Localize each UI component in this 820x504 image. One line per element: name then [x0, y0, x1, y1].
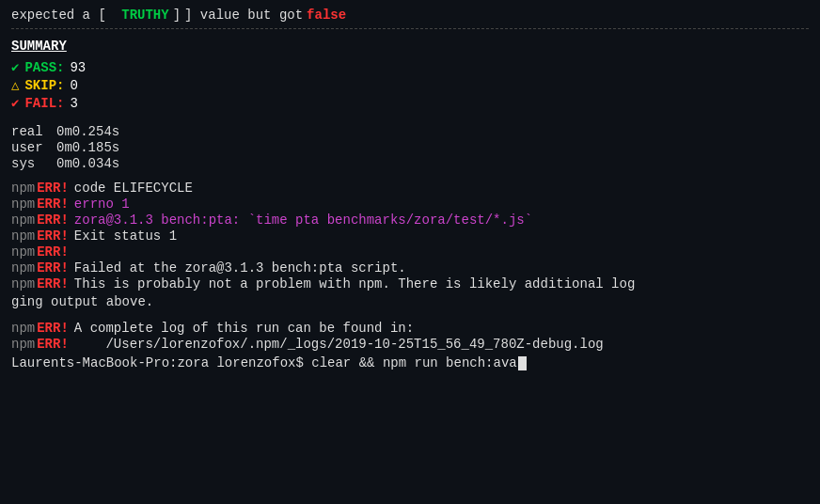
close-bracket: ] — [173, 8, 181, 23]
skip-row: △ SKIP: 0 — [11, 77, 809, 93]
err-badge: ERR! — [37, 337, 69, 352]
open-bracket — [110, 8, 118, 23]
npm-word: npm — [11, 197, 35, 212]
prompt-command: clear && npm run bench:ava — [311, 355, 516, 370]
npm-word: npm — [11, 228, 35, 244]
fail-label: FAIL: — [24, 96, 64, 111]
npm-word: npm — [11, 260, 35, 276]
blank-line — [11, 313, 809, 321]
err-badge: ERR! — [37, 244, 69, 260]
truthy-badge: TRUTHY — [121, 8, 168, 23]
divider — [11, 28, 809, 29]
prompt-machine: Laurents-MacBook-Pro:zora lorenzofox$ — [11, 355, 304, 370]
err-badge: ERR! — [37, 197, 69, 212]
npm-content: zora@3.1.3 bench:pta: `time pta benchmar… — [74, 213, 532, 228]
top-prefix: expected a [ — [11, 8, 106, 23]
timing-sys: sys 0m0.034s — [11, 156, 809, 171]
timing-section: real 0m0.254s user 0m0.185s sys 0m0.034s — [11, 124, 809, 171]
fail-value: 3 — [70, 96, 77, 111]
npm-line-3: npm ERR! Exit status 1 — [11, 228, 809, 244]
npm-word: npm — [11, 276, 35, 291]
timing-real-label: real — [11, 124, 56, 139]
pass-label: PASS: — [24, 60, 64, 75]
timing-user-label: user — [11, 140, 56, 155]
err-badge: ERR! — [37, 181, 69, 196]
npm-content: code ELIFECYCLE — [74, 181, 193, 196]
npm-line-0: npm ERR! code ELIFECYCLE — [11, 181, 809, 196]
prompt-line[interactable]: Laurents-MacBook-Pro:zora lorenzofox$ cl… — [11, 355, 809, 370]
pass-value: 93 — [70, 60, 86, 75]
npm-content: A complete log of this run can be found … — [74, 321, 414, 336]
npm-line-8: npm ERR! /Users/lorenzofox/.npm/_logs/20… — [11, 337, 809, 352]
skip-value: 0 — [70, 78, 77, 93]
pass-icon: ✔ — [11, 59, 19, 75]
top-middle: ] value but got — [184, 8, 303, 23]
timing-real: real 0m0.254s — [11, 124, 809, 139]
npm-line-7: npm ERR! A complete log of this run can … — [11, 321, 809, 336]
err-badge: ERR! — [37, 276, 69, 291]
skip-label: SKIP: — [24, 78, 64, 93]
npm-line-2: npm ERR! zora@3.1.3 bench:pta: `time pta… — [11, 213, 809, 228]
timing-sys-label: sys — [11, 156, 56, 171]
summary-section: SUMMARY ✔ PASS: 93 △ SKIP: 0 ✔ FAIL: 3 — [11, 39, 809, 111]
false-value: false — [307, 8, 346, 23]
npm-word: npm — [11, 244, 35, 260]
err-badge: ERR! — [37, 321, 69, 336]
npm-content: errno 1 — [74, 197, 130, 212]
summary-title: SUMMARY — [11, 39, 809, 54]
npm-content: /Users/lorenzofox/.npm/_logs/2019-10-25T… — [74, 337, 604, 352]
npm-lines-group1: npm ERR! code ELIFECYCLE npm ERR! errno … — [11, 181, 809, 312]
npm-line-4: npm ERR! — [11, 244, 809, 260]
timing-real-value: 0m0.254s — [56, 124, 119, 139]
terminal-window: expected a [ TRUTHY ] ] value but got fa… — [11, 8, 809, 370]
npm-content: Exit status 1 — [74, 228, 177, 244]
npm-word: npm — [11, 321, 35, 336]
npm-lines-group2: npm ERR! A complete log of this run can … — [11, 321, 809, 352]
err-badge: ERR! — [37, 260, 69, 276]
wrap-text: ging output above. — [11, 294, 153, 309]
cursor — [518, 356, 527, 370]
npm-content: This is probably not a problem with npm.… — [74, 276, 636, 291]
skip-icon: △ — [11, 77, 19, 93]
npm-line-6: npm ERR! This is probably not a problem … — [11, 276, 809, 291]
timing-user: user 0m0.185s — [11, 140, 809, 155]
top-error-line: expected a [ TRUTHY ] ] value but got fa… — [11, 8, 809, 23]
timing-user-value: 0m0.185s — [56, 140, 119, 155]
npm-line-1: npm ERR! errno 1 — [11, 197, 809, 212]
err-badge: ERR! — [37, 228, 69, 244]
timing-sys-value: 0m0.034s — [56, 156, 119, 171]
err-badge: ERR! — [37, 213, 69, 228]
npm-word: npm — [11, 181, 35, 196]
wrap-continuation: ging output above. — [11, 292, 809, 312]
fail-row: ✔ FAIL: 3 — [11, 95, 809, 111]
fail-icon: ✔ — [11, 95, 19, 111]
npm-word: npm — [11, 337, 35, 352]
npm-line-5: npm ERR! Failed at the zora@3.1.3 bench:… — [11, 260, 809, 276]
npm-word: npm — [11, 213, 35, 228]
npm-content: Failed at the zora@3.1.3 bench:pta scrip… — [74, 260, 406, 276]
pass-row: ✔ PASS: 93 — [11, 59, 809, 75]
